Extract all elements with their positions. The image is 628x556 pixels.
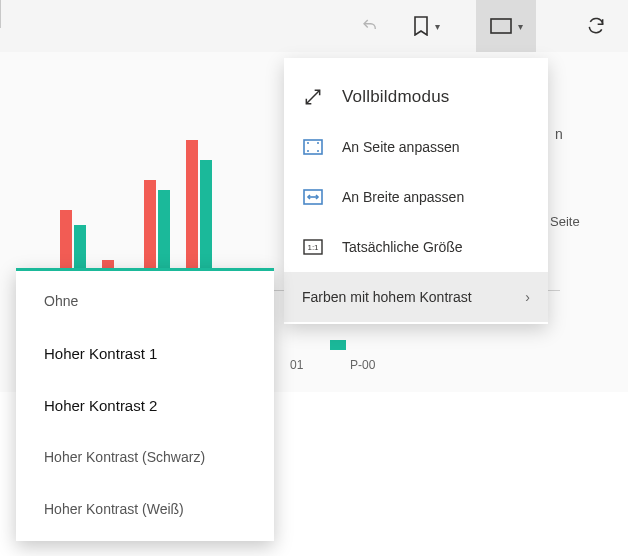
refresh-button[interactable]: [576, 0, 616, 52]
menu-item-fit-page[interactable]: An Seite anpassen: [284, 122, 548, 172]
viewmode-button[interactable]: ▾: [476, 0, 536, 52]
menu-item-fit-width[interactable]: An Breite anpassen: [284, 172, 548, 222]
submenu-label: Hoher Kontrast (Weiß): [44, 501, 184, 517]
rectangle-icon: [490, 18, 512, 34]
chevron-down-icon: ▾: [518, 21, 523, 32]
submenu-label: Hoher Kontrast 2: [44, 397, 157, 414]
menu-label: Farben mit hohem Kontrast: [302, 289, 521, 305]
text-fragment: n: [555, 126, 563, 142]
fit-page-icon: [302, 136, 324, 158]
fullscreen-icon: [302, 86, 324, 108]
menu-label: Vollbildmodus: [342, 87, 530, 107]
submenu-label: Ohne: [44, 293, 78, 309]
submenu-item-hc-black[interactable]: Hoher Kontrast (Schwarz): [16, 431, 274, 483]
submenu-item-hc1[interactable]: Hoher Kontrast 1: [16, 327, 274, 379]
submenu-label: Hoher Kontrast (Schwarz): [44, 449, 205, 465]
svg-rect-1: [304, 140, 322, 154]
svg-text:1:1: 1:1: [307, 243, 319, 252]
report-toolbar: ▾ ▾: [0, 0, 628, 53]
chevron-right-icon: ›: [525, 289, 530, 305]
x-tick: P-00: [350, 358, 375, 372]
fit-width-icon: [302, 186, 324, 208]
refresh-icon: [586, 16, 606, 36]
svg-rect-0: [491, 19, 511, 33]
bookmark-button[interactable]: ▾: [400, 0, 452, 52]
actual-size-icon: 1:1: [302, 236, 324, 258]
undo-button[interactable]: [350, 0, 390, 52]
submenu-item-none[interactable]: Ohne: [16, 275, 274, 327]
menu-label: Tatsächliche Größe: [342, 239, 530, 255]
toolbar-separator: [0, 0, 1, 28]
high-contrast-submenu: Ohne Hoher Kontrast 1 Hoher Kontrast 2 H…: [16, 268, 274, 541]
undo-icon: [361, 17, 379, 35]
submenu-item-hc-white[interactable]: Hoher Kontrast (Weiß): [16, 483, 274, 535]
submenu-item-hc2[interactable]: Hoher Kontrast 2: [16, 379, 274, 431]
x-tick: 01: [290, 358, 303, 372]
menu-item-high-contrast[interactable]: Farben mit hohem Kontrast ›: [284, 272, 548, 322]
menu-label: An Breite anpassen: [342, 189, 530, 205]
text-fragment: Seite: [550, 214, 580, 229]
menu-item-fullscreen[interactable]: Vollbildmodus: [284, 72, 548, 122]
menu-item-actual-size[interactable]: 1:1 Tatsächliche Größe: [284, 222, 548, 272]
submenu-label: Hoher Kontrast 1: [44, 345, 157, 362]
bookmark-icon: [413, 16, 429, 36]
chevron-down-icon: ▾: [435, 21, 440, 32]
viewmode-menu: Vollbildmodus An Seite anpassen An Breit…: [284, 58, 548, 324]
legend-swatch-teal: [330, 340, 346, 350]
menu-label: An Seite anpassen: [342, 139, 530, 155]
